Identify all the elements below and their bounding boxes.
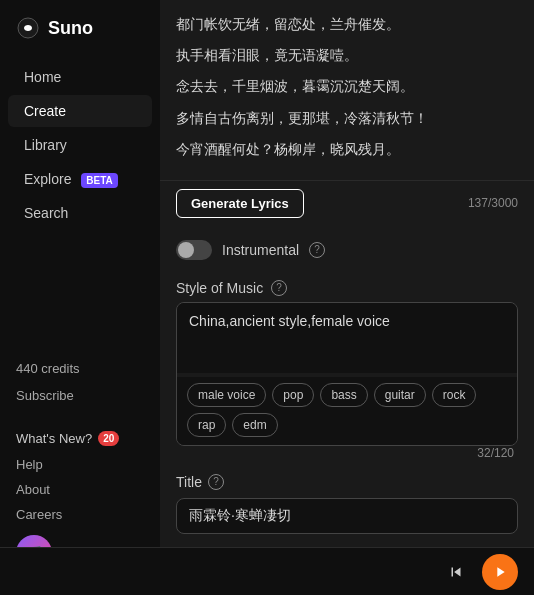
credits-text[interactable]: 440 credits — [8, 355, 152, 382]
style-tag-edm[interactable]: edm — [232, 413, 277, 437]
sidebar-item-search[interactable]: Search — [8, 197, 152, 229]
style-section-label: Style of Music ? — [160, 270, 534, 302]
sidebar-item-help[interactable]: Help — [8, 452, 152, 477]
lyric-line-2: 执手相看泪眼，竟无语凝噎。 — [176, 43, 518, 68]
lyric-line-4: 多情自古伤离别，更那堪，冷落清秋节！ — [176, 106, 518, 131]
lyrics-area: 都门帐饮无绪，留恋处，兰舟催发。 执手相看泪眼，竟无语凝噎。 念去去，千里烟波，… — [160, 0, 534, 180]
main-content: 都门帐饮无绪，留恋处，兰舟催发。 执手相看泪眼，竟无语凝噎。 念去去，千里烟波，… — [160, 0, 534, 595]
lyrics-text: 都门帐饮无绪，留恋处，兰舟催发。 执手相看泪眼，竟无语凝噎。 念去去，千里烟波，… — [176, 12, 518, 162]
generate-lyrics-button[interactable]: Generate Lyrics — [176, 189, 304, 218]
generate-section: Generate Lyrics 137/3000 — [160, 180, 534, 230]
logo: Suno — [0, 16, 160, 60]
style-tag-guitar[interactable]: guitar — [374, 383, 426, 407]
play-icon — [492, 564, 508, 580]
style-textarea-wrap: male voice pop bass guitar rock rap edm — [176, 302, 518, 446]
instrumental-toggle[interactable] — [176, 240, 212, 260]
title-label: Title ? — [176, 474, 518, 490]
sidebar-item-about[interactable]: About — [8, 477, 152, 502]
suno-logo-icon — [16, 16, 40, 40]
toggle-knob — [178, 242, 194, 258]
sidebar-item-library[interactable]: Library — [8, 129, 152, 161]
sidebar-bottom: 440 credits Subscribe What's New? 20 Hel… — [0, 355, 160, 579]
style-tag-male-voice[interactable]: male voice — [187, 383, 266, 407]
style-tag-rock[interactable]: rock — [432, 383, 477, 407]
lyric-line-5: 今宵酒醒何处？杨柳岸，晓风残月。 — [176, 137, 518, 162]
instrumental-label: Instrumental — [222, 242, 299, 258]
subscribe-button[interactable]: Subscribe — [8, 382, 152, 409]
style-tag-pop[interactable]: pop — [272, 383, 314, 407]
instrumental-help-icon[interactable]: ? — [309, 242, 325, 258]
sidebar-item-create[interactable]: Create — [8, 95, 152, 127]
lyric-line-1: 都门帐饮无绪，留恋处，兰舟催发。 — [176, 12, 518, 37]
style-tags: male voice pop bass guitar rock rap edm — [177, 377, 517, 445]
whats-new-badge: 20 — [98, 431, 119, 446]
title-help-icon[interactable]: ? — [208, 474, 224, 490]
title-section: Title ? — [160, 464, 534, 540]
sidebar-item-explore[interactable]: Explore BETA — [8, 163, 152, 195]
beta-badge: BETA — [81, 173, 117, 188]
sidebar: Suno Home Create Library Explore BETA Se… — [0, 0, 160, 595]
sidebar-item-careers[interactable]: Careers — [8, 502, 152, 527]
style-tag-bass[interactable]: bass — [320, 383, 367, 407]
skip-back-button[interactable] — [440, 556, 472, 588]
bottom-player — [0, 547, 534, 595]
whats-new-item[interactable]: What's New? 20 — [8, 425, 152, 452]
title-input[interactable] — [176, 498, 518, 534]
skip-back-icon — [447, 563, 465, 581]
style-textarea[interactable] — [177, 303, 517, 373]
style-tag-rap[interactable]: rap — [187, 413, 226, 437]
lyrics-char-count: 137/3000 — [468, 196, 518, 210]
play-button[interactable] — [482, 554, 518, 590]
sidebar-item-home[interactable]: Home — [8, 61, 152, 93]
style-char-count: 32/120 — [160, 446, 518, 464]
style-help-icon[interactable]: ? — [271, 280, 287, 296]
logo-text: Suno — [48, 18, 93, 39]
lyric-line-3: 念去去，千里烟波，暮霭沉沉楚天阔。 — [176, 74, 518, 99]
instrumental-row: Instrumental ? — [160, 230, 534, 270]
